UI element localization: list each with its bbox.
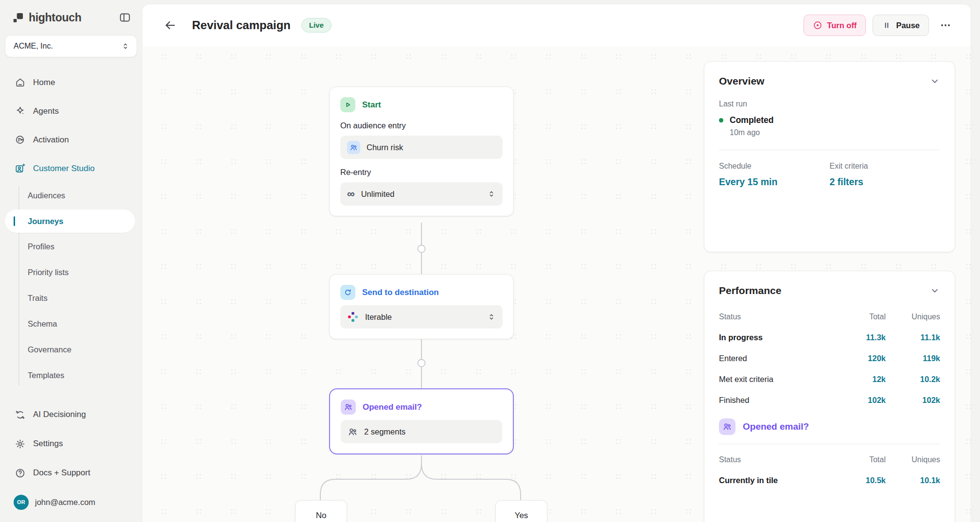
table-row: Finished 102k 102k [719, 390, 940, 411]
branch-no-node[interactable]: No [295, 500, 347, 522]
sidebar-item-audiences[interactable]: Audiences [0, 183, 142, 209]
back-button[interactable] [161, 16, 179, 35]
ai-decisioning-icon [15, 409, 26, 420]
sidebar-item-customer-studio[interactable]: Customer Studio [0, 154, 142, 183]
sidebar-item-label: Schema [28, 319, 57, 329]
node-title: Opened email? [363, 402, 422, 412]
sidebar-item-label: Audiences [28, 191, 65, 200]
chevron-down-icon[interactable] [929, 285, 940, 296]
start-node[interactable]: Start On audience entry Churn risk Re-en… [329, 87, 514, 216]
table-header: Status Total Uniques [719, 306, 940, 327]
sidebar-item-label: Customer Studio [33, 164, 95, 174]
stop-octagon-icon [813, 20, 822, 30]
arrow-left-icon [164, 19, 176, 32]
branch-node-opened-email[interactable]: Opened email? 2 segments [329, 388, 514, 454]
table-row: Met exit criteria 12k 10.2k [719, 369, 940, 390]
exit-criteria-link[interactable]: 2 filters [830, 176, 941, 188]
hightouch-logo-icon [12, 11, 25, 24]
reentry-label: Re-entry [340, 168, 503, 177]
page-header: Revival campaign Live Turn off Pause [142, 4, 971, 46]
user-menu[interactable]: OR john@acme.com [0, 487, 142, 517]
panel-collapse-icon [119, 11, 131, 24]
unfold-icon [121, 42, 130, 51]
avatar: OR [14, 495, 29, 510]
divider [719, 444, 940, 444]
sidebar-item-journeys[interactable]: Journeys [5, 209, 135, 233]
customer-studio-icon [15, 163, 26, 174]
status-dot [719, 118, 723, 122]
destination-node[interactable]: Send to destination Iterable [329, 274, 514, 339]
play-icon [340, 97, 355, 112]
sidebar-item-label: Journeys [28, 217, 63, 226]
active-indicator [14, 216, 15, 226]
more-menu-button[interactable] [936, 15, 955, 36]
sidebar-collapse-button[interactable] [118, 10, 132, 25]
panel-title: Performance [719, 285, 781, 296]
sidebar-item-settings[interactable]: Settings [0, 429, 142, 458]
turn-off-label: Turn off [827, 21, 857, 30]
destination-select[interactable]: Iterable [340, 305, 503, 329]
users-icon [719, 418, 735, 435]
journey-canvas[interactable]: Start On audience entry Churn risk Re-en… [142, 4, 971, 522]
node-title: Start [362, 100, 381, 110]
tile-title-link[interactable]: Opened email? [743, 421, 809, 432]
overview-panel: Overview Last run Completed 10m ago Sche… [704, 61, 955, 252]
sidebar-item-priority-lists[interactable]: Priority lists [0, 260, 142, 285]
reentry-select[interactable]: ∞ Unlimited [340, 182, 503, 206]
workspace-selector[interactable]: ACME, Inc. [5, 35, 137, 57]
col-status: Status [719, 455, 841, 464]
sidebar-item-templates[interactable]: Templates [0, 363, 142, 388]
sidebar-item-label: Home [33, 78, 55, 87]
sidebar-item-profiles[interactable]: Profiles [0, 234, 142, 260]
help-circle-icon [15, 468, 26, 479]
exit-criteria-label: Exit criteria [830, 162, 941, 171]
page-title: Revival campaign [192, 18, 291, 32]
sidebar-item-home[interactable]: Home [0, 68, 142, 97]
col-uniques: Uniques [886, 455, 940, 464]
branch-yes-node[interactable]: Yes [495, 500, 547, 522]
customer-studio-sublist: Audiences Journeys Profiles Priority lis… [0, 183, 142, 388]
unfold-icon [487, 190, 496, 198]
panel-title: Overview [719, 75, 764, 87]
segments-field[interactable]: 2 segments [341, 420, 502, 443]
schedule-value-link[interactable]: Every 15 min [719, 176, 830, 188]
pause-button[interactable]: Pause [873, 15, 929, 36]
users-icon [341, 400, 356, 415]
sidebar-item-label: Traits [28, 294, 48, 303]
sidebar-item-governance[interactable]: Governance [0, 337, 142, 363]
sidebar-item-ai-decisioning[interactable]: AI Decisioning [0, 400, 142, 429]
chevron-down-icon[interactable] [929, 76, 940, 87]
audience-field[interactable]: Churn risk [340, 136, 503, 159]
node-title: Send to destination [362, 288, 439, 297]
last-run-label: Last run [719, 100, 940, 108]
sidebar-footer: AI Decisioning Settings Docs + Support O… [0, 400, 142, 517]
last-run-time: 10m ago [730, 128, 940, 137]
sidebar-item-activation[interactable]: Activation [0, 125, 142, 154]
divider [719, 150, 940, 150]
user-email: john@acme.com [35, 498, 95, 507]
activation-icon [15, 134, 26, 145]
sidebar-item-docs-support[interactable]: Docs + Support [0, 458, 142, 487]
sidebar-item-label: Priority lists [28, 268, 69, 277]
logo-row: hightouch [0, 9, 142, 26]
sidebar-nav: Home Agents Activation Customer Studio A… [0, 68, 142, 517]
sidebar-item-traits[interactable]: Traits [0, 285, 142, 311]
sidebar-item-agents[interactable]: Agents [0, 97, 142, 125]
app-root: hightouch ACME, Inc. Home Agents Activat… [0, 0, 980, 522]
sidebar: hightouch ACME, Inc. Home Agents Activat… [0, 0, 142, 522]
sync-arrows-icon [340, 285, 355, 300]
sidebar-item-label: Activation [33, 135, 69, 145]
performance-panel: Performance Status Total Uniques In prog… [704, 271, 955, 522]
branch-label: Yes [515, 511, 528, 522]
table-row: Currently in tile 10.5k 10.1k [719, 470, 940, 491]
audience-name: Churn risk [367, 143, 403, 152]
pause-icon [882, 20, 892, 30]
infinity-icon: ∞ [347, 189, 355, 199]
destination-name: Iterable [365, 313, 392, 322]
turn-off-button[interactable]: Turn off [804, 15, 866, 36]
entry-label: On audience entry [340, 121, 503, 130]
sidebar-item-label: Settings [33, 439, 63, 449]
sidebar-item-schema[interactable]: Schema [0, 311, 142, 337]
col-uniques: Uniques [886, 313, 940, 321]
branch-label: No [316, 511, 327, 522]
